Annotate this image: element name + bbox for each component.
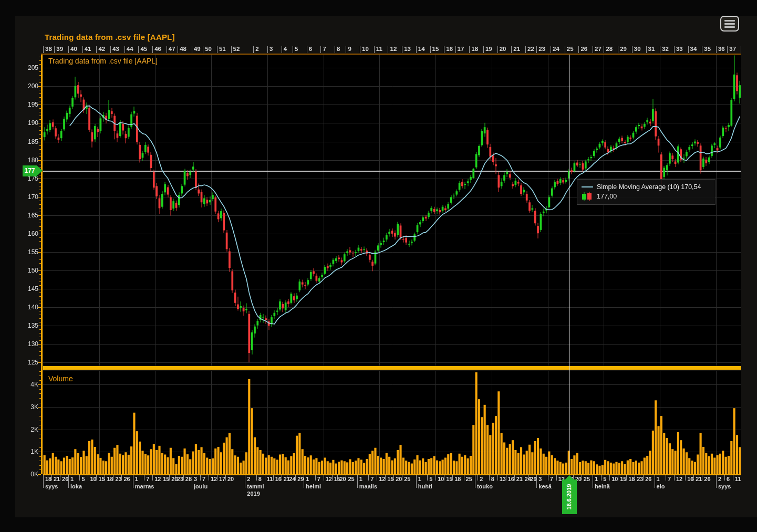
week-number-label: 18 [471,46,478,52]
price-tick-label: 180 [20,157,38,164]
price-tick-label: 170 [20,193,38,201]
week-number-label: 33 [676,46,683,52]
date-day-label: 25 [584,476,590,482]
date-day-label: 17 [219,476,225,482]
week-number-label: 44 [127,46,133,52]
sma-line-swatch-icon [582,186,593,187]
date-day-label: 25 [404,476,410,482]
week-number-label: 39 [56,46,63,52]
week-number-label: 50 [205,46,212,52]
date-day-label: 1 [306,476,309,482]
date-day-label: 11 [735,476,741,482]
date-day-label: 12 [326,476,332,482]
date-day-label: 26 [123,476,130,482]
date-day-label: 26 [645,476,651,482]
date-day-label: 5 [429,476,432,482]
date-day-label: 2 [247,476,250,482]
price-tick-label: 140 [20,304,38,311]
date-day-label: 5 [603,476,606,482]
month-label: heinä [595,483,610,489]
week-number-label: 13 [404,46,411,52]
price-tick-label: 125 [20,359,38,366]
week-number-label: 22 [527,46,534,52]
date-day-label: 1 [657,476,660,482]
volume-tick-label: 4K [20,381,38,388]
price-tick-label: 155 [20,248,38,256]
date-day-label: 21 [54,476,60,482]
date-day-label: 18 [45,476,51,482]
crosshair-date-tag: 18.6.2019 [562,475,577,514]
date-day-label: 3 [538,476,542,482]
date-day-label: 18 [107,476,113,482]
week-number-label: 7 [323,46,326,52]
date-day-label: 12 [154,476,161,482]
date-day-label: 12 [676,476,682,482]
indicator-legend[interactable]: Simple Moving Average (10) 170,54 177,00 [577,179,715,205]
week-number-label: 41 [85,46,91,52]
month-label: loka [70,483,82,489]
date-day-label: 3 [194,476,197,482]
volume-tick-label: 3K [20,403,38,411]
price-tick-label: 160 [20,230,38,237]
date-day-label: 1 [418,476,421,482]
week-number-label: 49 [194,46,201,52]
date-day-label: 21 [516,476,523,482]
week-number-label: 12 [390,46,397,52]
month-label: syys [45,483,58,489]
date-day-label: 20 [227,476,234,482]
legend-price-value: 177,00 [597,192,617,201]
week-number-label: 9 [348,46,351,52]
week-number-label: 35 [704,46,711,52]
date-day-label: 7 [668,476,671,482]
week-number-label: 43 [112,46,119,52]
price-volume-chart-canvas[interactable] [0,0,757,532]
date-day-label: 25 [466,476,472,482]
date-day-label: 23 [637,476,643,482]
date-day-label: 26 [704,476,710,482]
date-day-label: 7 [317,476,320,482]
date-day-label: 25 [348,476,354,482]
week-number-label: 11 [376,46,382,52]
week-number-label: 25 [567,46,574,52]
date-day-label: 20 [339,476,346,482]
week-number-label: 34 [690,46,697,52]
price-tick-label: 165 [20,212,38,219]
date-day-label: 21 [696,476,702,482]
date-day-label: 16 [275,476,282,482]
volume-tick-label: 0K [20,471,38,478]
price-pane-title: Trading data from .csv file [AAPL] [48,57,158,65]
week-number-label: 46 [154,46,161,52]
month-label: maalis [359,483,377,489]
sma-legend-label: Simple Moving Average (10) 170,54 [597,182,701,192]
date-day-label: 15 [620,476,626,482]
week-number-label: 31 [648,46,655,52]
week-number-label: 24 [553,46,559,52]
date-day-label: 16 [508,476,514,482]
date-day-label: 6 [727,476,730,482]
week-number-label: 6 [309,46,312,52]
date-day-label: 11 [267,476,273,482]
candlestick-swatch-icon [582,192,593,201]
trading-app-window: Trading data from .csv file [AAPL] Tradi… [0,0,757,532]
date-day-label: 26 [62,476,68,482]
week-number-label: 19 [485,46,492,52]
year-label: 2019 [247,491,260,497]
week-number-label: 3 [269,46,273,52]
window-header-title: Trading data from .csv file [AAPL] [45,33,175,41]
date-day-label: 13 [500,476,506,482]
month-label: helmi [306,483,321,489]
week-number-label: 10 [362,46,369,52]
month-label: tammi [247,483,264,489]
menu-button[interactable] [720,16,739,32]
week-number-label: 30 [634,46,641,52]
week-number-label: 26 [580,46,587,52]
legend-sma-row: Simple Moving Average (10) 170,54 [582,182,711,192]
price-tick-label: 185 [20,138,38,145]
date-day-label: 10 [438,476,444,482]
date-day-label: 18 [628,476,635,482]
date-day-label: 10 [611,476,618,482]
week-number-label: 15 [432,46,439,52]
week-number-label: 27 [595,46,602,52]
week-number-label: 28 [606,46,613,52]
date-day-label: 29 [530,476,536,482]
